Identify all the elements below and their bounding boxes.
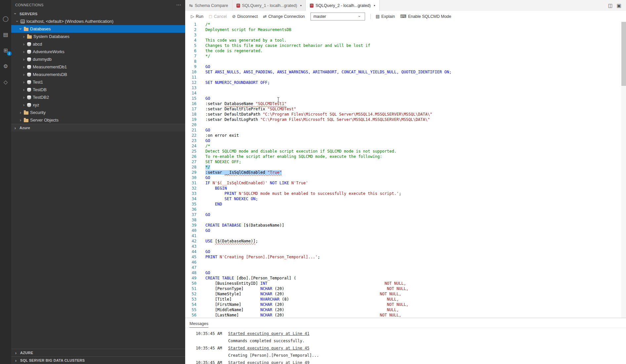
line-number: 2: [185, 27, 196, 32]
message-text: Commands completed successfully.: [228, 339, 305, 343]
chevron-down-icon[interactable]: ›: [13, 11, 18, 17]
chevron-right-icon[interactable]: ›: [13, 126, 18, 130]
database-dropdown[interactable]: master ›: [311, 13, 365, 20]
run-button[interactable]: ▷ Run: [188, 13, 206, 20]
tree-item-measurementsdb[interactable]: ›MeasurementsDB: [11, 71, 185, 78]
chevron-right-icon[interactable]: ›: [21, 65, 26, 69]
message-link[interactable]: Started executing query at Line 45: [228, 346, 310, 350]
disconnect-icon: ⊘: [232, 14, 236, 19]
line-number: 28: [185, 164, 196, 170]
code-line: 21GO: [185, 127, 626, 133]
folder-icon: [24, 119, 28, 122]
tree-item-measurementdb1[interactable]: ›MeasurementDb1: [11, 63, 185, 71]
enable-sqlcmd-button[interactable]: ⌨ Enable SQLCMD Mode: [398, 13, 453, 20]
line-number: 24: [185, 143, 196, 149]
sqlcmd-icon: ⌨: [400, 14, 406, 19]
code-line: 26To re-enable the script after enabling…: [185, 154, 626, 159]
explain-icon: ▤: [376, 14, 380, 19]
code-line: 25Detect SQLCMD mode and disable script …: [185, 149, 626, 154]
code-line: 33 PRINT N'SQLCMD mode must be enabled t…: [185, 191, 626, 196]
code-line: 20: [185, 122, 626, 127]
tree-item-testdb[interactable]: ›TestDB: [11, 86, 185, 93]
chevron-right-icon[interactable]: ›: [21, 34, 26, 39]
code-line: 18:setvar DefaultDataPath "C:\Program Fi…: [185, 112, 626, 117]
code-line: 10SET ANSI_NULLS, ANSI_PADDING, ANSI_WAR…: [185, 69, 626, 75]
tree-item-label: abcd: [33, 42, 42, 47]
line-number: 36: [185, 207, 196, 212]
chevron-right-icon[interactable]: ›: [21, 42, 26, 46]
tab-label: SQLQuery_1 - localh...grated): [242, 3, 297, 8]
tree-item-adventureworks[interactable]: ›AdventureWorks: [11, 48, 185, 55]
tab-label: Schema Compare: [195, 3, 228, 8]
section-sql-server-big-data-clusters[interactable]: ›SQL SERVER BIG DATA CLUSTERS: [11, 356, 185, 364]
cancel-icon: ◻: [209, 14, 212, 19]
chevron-down-icon: ›: [357, 14, 361, 19]
dirty-indicator[interactable]: ●: [374, 4, 375, 7]
line-number: 35: [185, 201, 196, 207]
change-connection-button[interactable]: ⇄ Change Connection: [261, 13, 307, 20]
tab-schema-compare[interactable]: ⇆Schema Compare: [185, 0, 232, 11]
extensions-icon[interactable]: ⊞2: [2, 46, 10, 54]
database-icon: [27, 73, 31, 77]
code-line: 3: [185, 32, 626, 38]
section-servers[interactable]: ›SERVERS: [11, 10, 185, 18]
editor-scrollbar-thumb[interactable]: [621, 22, 626, 86]
line-number: 11: [185, 75, 196, 80]
dirty-indicator[interactable]: ●: [300, 4, 302, 7]
chevron-right-icon[interactable]: ›: [21, 50, 26, 54]
chevron-right-icon[interactable]: ›: [21, 95, 26, 99]
code-line: 9GO: [185, 64, 626, 69]
query-toolbar: ▷ Run ◻ Cancel ⊘ Disconnect ⇄ Change Con…: [185, 11, 626, 22]
tree-item-databases[interactable]: ›Databases: [11, 25, 185, 33]
connections-tree: ›SERVERS›localhost, <default> (Windows A…: [11, 10, 185, 131]
line-number: 16: [185, 101, 196, 106]
tab-sqlquery-1-localh-grated[interactable]: SQLQuery_1 - localh...grated)●: [232, 0, 306, 11]
explain-button[interactable]: ▤ Explain: [373, 13, 397, 20]
chevron-right-icon[interactable]: ›: [18, 110, 23, 115]
chevron-right-icon[interactable]: ›: [21, 80, 26, 84]
tree-item-xyz[interactable]: ›xyz: [11, 101, 185, 109]
section-azure[interactable]: ›Azure: [11, 124, 185, 131]
tree-item-security[interactable]: ›Security: [11, 109, 185, 116]
tree-item-dummydb[interactable]: ›dummydb: [11, 55, 185, 63]
chevron-right-icon[interactable]: ›: [18, 118, 23, 122]
more-actions-icon[interactable]: ⋯: [176, 2, 181, 8]
section-azure[interactable]: ›AZURE: [11, 349, 185, 356]
sidebar-title: CONNECTIONS: [15, 3, 44, 7]
layout-icon[interactable]: ▣: [617, 3, 621, 9]
message-link[interactable]: Started executing query at Line 49: [228, 360, 310, 364]
chevron-right-icon[interactable]: ›: [21, 72, 26, 77]
notebook-icon[interactable]: ▤: [2, 30, 10, 38]
account-icon[interactable]: ◯: [2, 15, 10, 22]
code-editor[interactable]: 1/*2Deployment script for MeasurementsDB…: [185, 22, 626, 318]
chevron-right-icon[interactable]: ›: [21, 88, 26, 92]
database-icon: [27, 88, 31, 92]
code-line: 52 [NameStyle] NCHAR (20) NOT NULL,: [185, 291, 626, 297]
chevron-down-icon[interactable]: ›: [19, 26, 23, 32]
tab-messages[interactable]: Messages: [189, 321, 208, 328]
section-label: SQL SERVER BIG DATA CLUSTERS: [20, 358, 85, 362]
cancel-button[interactable]: ◻ Cancel: [206, 13, 229, 20]
line-number: 21: [185, 127, 196, 133]
chevron-right-icon[interactable]: ›: [21, 57, 26, 61]
split-editor-icon[interactable]: ◫: [608, 3, 613, 9]
tree-item-abcd[interactable]: ›abcd: [11, 40, 185, 48]
line-number: 52: [185, 291, 196, 297]
tree-item-server-objects[interactable]: ›Server Objects: [11, 116, 185, 124]
tree-item-localhost-default-windows-authentication[interactable]: ›localhost, <default> (Windows Authentic…: [11, 18, 185, 25]
settings-icon[interactable]: ⚙: [2, 62, 10, 70]
disconnect-button[interactable]: ⊘ Disconnect: [230, 13, 260, 20]
code-line: 7*/: [185, 54, 626, 59]
message-link[interactable]: Started executing query at Line 41: [228, 331, 310, 336]
azure-icon[interactable]: ◇: [2, 78, 10, 86]
chevron-right-icon[interactable]: ›: [21, 103, 26, 107]
tab-sqlquery-2-localh-grated[interactable]: SQLQuery_2 - localh...grated)●: [306, 0, 380, 11]
line-number: 22: [185, 133, 196, 138]
tree-item-testdb2[interactable]: ›TestDB2: [11, 93, 185, 101]
line-number: 48: [185, 270, 196, 275]
chevron-down-icon[interactable]: ›: [15, 19, 20, 24]
tree-item-test1[interactable]: ›Test1: [11, 78, 185, 86]
code-line: 11: [185, 75, 626, 80]
line-number: 20: [185, 122, 196, 127]
tree-item-system-databases[interactable]: ›System Databases: [11, 33, 185, 40]
